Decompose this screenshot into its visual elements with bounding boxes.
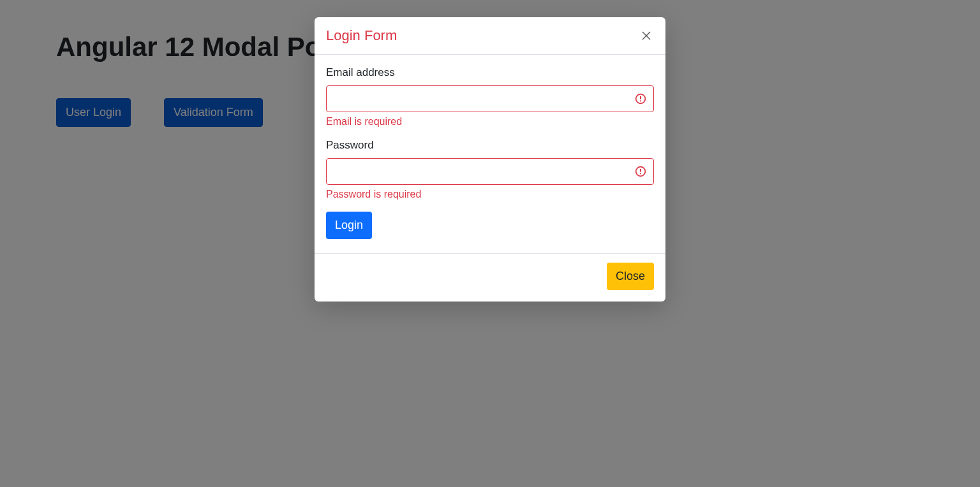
modal-body: Email address Email is required Password [315, 55, 665, 253]
email-form-group: Email address Email is required [326, 66, 654, 127]
close-icon [641, 31, 651, 41]
email-input-wrap [326, 85, 654, 112]
login-modal: Login Form Email address Email is requir… [315, 17, 665, 302]
close-button[interactable]: Close [607, 263, 654, 290]
modal-header: Login Form [315, 17, 665, 55]
password-input-wrap [326, 158, 654, 185]
error-icon [635, 93, 646, 105]
password-label: Password [326, 139, 654, 152]
svg-point-7 [640, 173, 641, 174]
password-error: Password is required [326, 189, 654, 200]
svg-point-4 [640, 100, 641, 101]
email-label: Email address [326, 66, 654, 79]
email-error: Email is required [326, 116, 654, 127]
password-field[interactable] [326, 158, 654, 185]
login-button[interactable]: Login [326, 212, 372, 239]
password-form-group: Password Password is required [326, 139, 654, 200]
email-field[interactable] [326, 85, 654, 112]
modal-close-button[interactable] [639, 28, 654, 43]
modal-title: Login Form [326, 27, 397, 44]
error-icon [635, 166, 646, 177]
modal-footer: Close [315, 253, 665, 302]
